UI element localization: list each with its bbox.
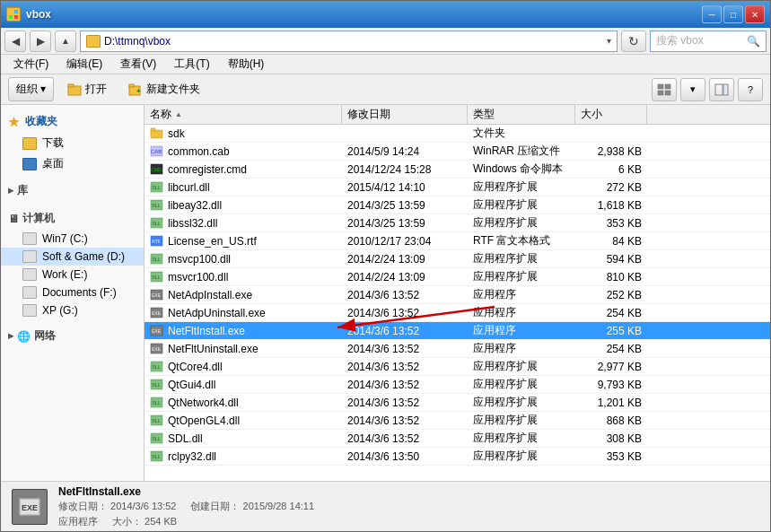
file-cell-name: DLL QtOpenGL4.dll xyxy=(145,412,342,429)
sidebar-network-header[interactable]: ▶ 🌐 网络 xyxy=(1,325,144,347)
close-button[interactable]: ✕ xyxy=(745,5,765,23)
drive-c-label: Win7 (C:) xyxy=(42,232,88,245)
menu-file[interactable]: 文件(F) xyxy=(6,55,56,74)
sidebar-item-drive-d[interactable]: Soft & Game (D:) xyxy=(1,248,144,266)
sidebar-computer-header[interactable]: 🖥 计算机 xyxy=(1,207,144,230)
table-row[interactable]: RTF License_en_US.rtf 2010/12/17 23:04 R… xyxy=(145,232,770,250)
col-header-size[interactable]: 大小 xyxy=(575,105,647,124)
file-name-text: QtCore4.dll xyxy=(168,361,223,373)
table-row[interactable]: DLL QtCore4.dll 2014/3/6 13:52 应用程序扩展 2,… xyxy=(145,358,770,376)
sidebar-item-desktop[interactable]: 桌面 xyxy=(1,153,144,174)
drive-f-icon xyxy=(22,286,37,299)
sidebar-item-drive-e[interactable]: Work (E:) xyxy=(1,266,144,283)
file-cell-size: 353 KB xyxy=(575,448,647,465)
status-details: 修改日期： 2014/3/6 13:52 创建日期： 2015/9/28 14:… xyxy=(58,500,314,513)
sidebar-item-drive-c[interactable]: Win7 (C:) xyxy=(1,230,144,248)
file-cell-type: 应用程序扩展 xyxy=(468,250,575,267)
table-row[interactable]: DLL libssl32.dll 2014/3/25 13:59 应用程序扩展 … xyxy=(145,214,770,232)
table-row[interactable]: sdk 文件夹 xyxy=(145,125,770,143)
file-cell-size: 2,977 KB xyxy=(575,358,647,375)
address-dropdown-arrow[interactable]: ▾ xyxy=(607,36,611,46)
table-row[interactable]: DLL libeay32.dll 2014/3/25 13:59 应用程序扩展 … xyxy=(145,196,770,214)
sidebar-item-drive-f[interactable]: Documents (F:) xyxy=(1,283,144,301)
menu-tools[interactable]: 工具(T) xyxy=(167,55,216,74)
file-cell-name: DLL libeay32.dll xyxy=(145,196,342,214)
svg-text:DLL: DLL xyxy=(152,436,160,441)
open-button[interactable]: 打开 xyxy=(59,77,115,101)
file-cell-size: 353 KB xyxy=(575,214,647,231)
table-row[interactable]: DLL QtOpenGL4.dll 2014/3/6 13:52 应用程序扩展 … xyxy=(145,412,770,430)
file-cell-size: 2,938 KB xyxy=(575,143,647,160)
file-cell-size: 1,201 KB xyxy=(575,394,647,411)
file-cell-name: DLL QtGui4.dll xyxy=(145,376,342,393)
table-row[interactable]: DLL rclpy32.dll 2014/3/6 13:50 应用程序扩展 35… xyxy=(145,448,770,466)
svg-text:DLL: DLL xyxy=(152,364,160,370)
new-folder-button[interactable]: + 新建文件夹 xyxy=(120,77,208,101)
file-cell-size: 252 KB xyxy=(575,286,647,303)
new-folder-label: 新建文件夹 xyxy=(146,82,200,97)
table-row[interactable]: DLL msvcr100.dll 2014/2/24 13:09 应用程序扩展 … xyxy=(145,268,770,286)
address-input-container[interactable]: D:\ttmnq\vbox ▾ xyxy=(80,31,618,52)
sidebar-item-download[interactable]: 下载 xyxy=(1,133,144,153)
menu-edit[interactable]: 编辑(E) xyxy=(59,55,110,74)
col-header-date[interactable]: 修改日期 xyxy=(342,105,468,124)
refresh-button[interactable]: ↻ xyxy=(621,31,646,52)
status-info: NetFltInstall.exe 修改日期： 2014/3/6 13:52 创… xyxy=(58,485,314,528)
library-label: 库 xyxy=(17,183,28,198)
file-icon: DLL xyxy=(150,432,164,445)
help-button[interactable]: ? xyxy=(738,78,763,101)
file-cell-date: 2010/12/17 23:04 xyxy=(342,232,468,249)
svg-text:DLL: DLL xyxy=(152,454,160,459)
table-row[interactable]: EXE NetFltUninstall.exe 2014/3/6 13:52 应… xyxy=(145,340,770,358)
table-row[interactable]: DLL libcurl.dll 2015/4/12 14:10 应用程序扩展 2… xyxy=(145,179,770,196)
maximize-button[interactable]: □ xyxy=(723,5,743,23)
file-cell-name: DLL libcurl.dll xyxy=(145,179,342,196)
svg-rect-0 xyxy=(9,10,13,13)
file-list-wrapper: 名称 ▲ 修改日期 类型 大小 sdk xyxy=(145,105,770,481)
sidebar-favorites-header[interactable]: ★ 收藏夹 xyxy=(1,110,144,133)
file-list-scroll[interactable]: sdk 文件夹 CAB common.cab 2014/5/9 14:24 Wi… xyxy=(145,125,770,481)
file-icon: EXE xyxy=(150,307,164,319)
col-header-type[interactable]: 类型 xyxy=(468,105,575,124)
table-row[interactable]: EXE NetFltInstall.exe 2014/3/6 13:52 应用程… xyxy=(145,322,770,340)
table-row[interactable]: CMD comregister.cmd 2014/12/24 15:28 Win… xyxy=(145,161,770,179)
status-modified: 修改日期： 2014/3/6 13:52 xyxy=(58,500,176,513)
back-button[interactable]: ◀ xyxy=(4,31,26,52)
sidebar-library-header[interactable]: ▶ 库 xyxy=(1,179,144,202)
table-row[interactable]: EXE NetAdpInstall.exe 2014/3/6 13:52 应用程… xyxy=(145,286,770,304)
col-header-name[interactable]: 名称 ▲ xyxy=(145,105,342,124)
sidebar-item-drive-g[interactable]: XP (G:) xyxy=(1,301,144,319)
minimize-button[interactable]: ─ xyxy=(702,5,722,23)
search-box[interactable]: 搜索 vbox 🔍 xyxy=(650,31,767,52)
menu-help[interactable]: 帮助(H) xyxy=(221,55,272,74)
up-button[interactable]: ▲ xyxy=(55,31,76,52)
file-cell-size: 868 KB xyxy=(575,412,647,429)
menu-view[interactable]: 查看(V) xyxy=(113,55,163,74)
forward-button[interactable]: ▶ xyxy=(30,31,51,52)
status-size-value: 254 KB xyxy=(145,516,177,527)
table-row[interactable]: DLL SDL.dll 2014/3/6 13:52 应用程序扩展 308 KB xyxy=(145,430,770,448)
table-row[interactable]: CAB common.cab 2014/5/9 14:24 WinRAR 压缩文… xyxy=(145,143,770,161)
preview-pane-button[interactable] xyxy=(709,78,734,101)
file-cell-size: 84 KB xyxy=(575,232,647,249)
view-options-button[interactable] xyxy=(652,78,677,101)
sidebar-library-section: ▶ 库 xyxy=(1,179,144,202)
search-icon[interactable]: 🔍 xyxy=(747,35,760,48)
table-row[interactable]: DLL QtGui4.dll 2014/3/6 13:52 应用程序扩展 9,7… xyxy=(145,376,770,394)
view-details-button[interactable]: ▾ xyxy=(680,78,705,101)
table-row[interactable]: DLL msvcp100.dll 2014/2/24 13:09 应用程序扩展 … xyxy=(145,250,770,268)
file-cell-date xyxy=(342,125,468,142)
organize-button[interactable]: 组织 ▾ xyxy=(8,77,54,101)
svg-text:DLL: DLL xyxy=(152,257,160,262)
table-row[interactable]: DLL QtNetwork4.dll 2014/3/6 13:52 应用程序扩展… xyxy=(145,394,770,412)
file-icon xyxy=(150,127,164,140)
file-icon: DLL xyxy=(150,361,164,373)
file-cell-type: 应用程序扩展 xyxy=(468,268,575,285)
svg-text:CMD: CMD xyxy=(151,167,162,172)
file-list-container: 名称 ▲ 修改日期 类型 大小 sdk xyxy=(145,105,770,481)
file-name-text: libssl32.dll xyxy=(168,217,217,230)
svg-text:DLL: DLL xyxy=(152,382,160,388)
file-cell-name: DLL SDL.dll xyxy=(145,430,342,447)
open-icon xyxy=(67,83,82,97)
table-row[interactable]: EXE NetAdpUninstall.exe 2014/3/6 13:52 应… xyxy=(145,304,770,322)
